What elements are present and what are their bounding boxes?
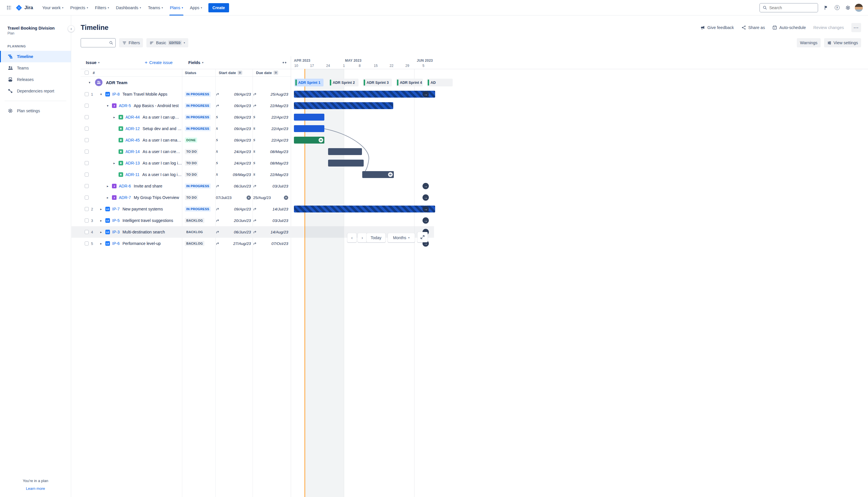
start-date-cell[interactable]: 20/Jun/23 [216,215,251,226]
status-cell[interactable]: IN PROGRESS [185,203,211,215]
row-checkbox[interactable] [85,207,89,211]
status-cell[interactable]: IN PROGRESS [185,180,211,192]
clear-date-icon[interactable]: × [247,196,251,200]
issue-key[interactable]: IP-5 [112,218,120,223]
jump-to-bar-arrow[interactable]: → [422,206,429,212]
issue-key[interactable]: ADR-44 [126,115,140,119]
gantt-bar-IP-7[interactable] [294,205,434,212]
row-checkbox[interactable] [85,230,89,234]
gantt-bar-ADR-12[interactable] [294,125,324,132]
nav-item-your-work[interactable]: Your work▾ [39,0,67,15]
zoom-level-dropdown[interactable]: Months ▾ [388,233,415,242]
nav-item-apps[interactable]: Apps▾ [186,0,205,15]
app-switcher-icon[interactable] [4,3,14,12]
dependency-link-icon[interactable] [319,138,323,142]
status-cell[interactable]: TO DO [185,192,198,203]
issue-key[interactable]: IP-6 [112,241,120,246]
jira-logo[interactable]: Jira [14,4,35,11]
row-checkbox[interactable] [85,173,89,176]
issue-key[interactable]: IP-7 [112,207,120,211]
issue-row-ADR-6[interactable]: ▸ADR-6Invite and shareIN PROGRESS06/Jun/… [71,180,434,192]
jump-to-bar-arrow[interactable]: → [422,194,429,201]
sprint-bar[interactable]: ADR Sprint 3 [363,79,392,86]
due-date-cell[interactable]: 03/Jul/23 [253,215,288,226]
gantt-bar-ADR-11[interactable] [362,171,394,178]
row-checkbox[interactable] [85,138,89,142]
status-cell[interactable]: TO DO [185,157,198,169]
issue-key[interactable]: ADR-13 [126,161,140,165]
due-date-cell[interactable]: 14/Aug/23 [253,226,288,238]
status-cell[interactable]: BACKLOG [185,226,204,238]
status-cell[interactable]: IN PROGRESS [185,123,211,134]
row-checkbox[interactable] [85,104,89,108]
clear-date-icon[interactable]: × [284,196,288,200]
start-date-cell[interactable]: S09/Apr/23 [216,123,251,134]
status-cell[interactable]: IN PROGRESS [185,88,211,100]
row-checkbox[interactable] [85,150,89,154]
dependency-link-icon[interactable] [388,172,393,177]
sidebar-collapse-button[interactable]: ‹ [68,25,75,32]
sidebar-item-plan-settings[interactable]: Plan settings [0,105,71,116]
status-cell[interactable]: IN PROGRESS [185,111,211,123]
issue-key[interactable]: ADR-12 [126,126,140,131]
nav-item-filters[interactable]: Filters▾ [91,0,113,15]
filters-button[interactable]: Filters [119,38,143,47]
status-cell[interactable]: TO DO [185,169,198,180]
due-date-cell[interactable]: 07/Oct/23 [253,238,288,248]
row-checkbox[interactable] [85,127,89,131]
expander-right-icon[interactable]: ▸ [106,196,110,200]
issue-key[interactable]: IP-3 [112,230,120,234]
row-checkbox[interactable] [85,241,89,245]
gantt-bar-ADR-5[interactable] [294,102,393,109]
due-date-cell[interactable]: S08/May/23 [253,146,288,157]
issue-row-ADR-45[interactable]: ADR-45As a user I can ena…DONES09/Apr/23… [71,134,434,146]
issue-key[interactable]: ADR-7 [119,195,131,200]
due-date-cell[interactable]: S08/May/23 [253,157,288,169]
sprint-bar[interactable]: ADR Sprint 4 [396,79,423,86]
sidebar-item-timeline[interactable]: Timeline [0,51,71,62]
issue-row-ADR-44[interactable]: ▸ADR-44As a user I can up…IN PROGRESSS09… [71,111,434,123]
start-date-cell[interactable]: S09/Apr/23 [216,134,251,146]
create-button[interactable]: Create [208,3,229,12]
expander-down[interactable]: ▾ [88,81,91,84]
nav-item-dashboards[interactable]: Dashboards▾ [113,0,145,15]
status-cell[interactable]: BACKLOG [185,215,204,226]
expander-right-icon[interactable]: ▸ [99,230,103,234]
status-cell[interactable]: TO DO [185,146,198,157]
row-checkbox[interactable] [85,161,89,165]
due-date-cell[interactable]: S22/Apr/23 [253,123,288,134]
issue-key[interactable]: ADR-6 [119,184,131,188]
issue-key[interactable]: ADR-5 [119,103,131,108]
start-date-cell[interactable]: S09/May/23 [216,169,251,180]
expander-down-icon[interactable]: ▾ [99,93,103,96]
nav-item-plans[interactable]: Plans▾ [167,0,187,15]
issue-key[interactable]: ADR-11 [126,172,140,177]
row-checkbox[interactable] [85,184,89,188]
start-date-cell[interactable]: 27/Aug/23 [216,238,251,248]
scroll-right-button[interactable]: › [358,233,367,242]
start-date-cell[interactable]: S24/Apr/23 [216,157,251,169]
fullscreen-button[interactable] [417,232,428,242]
nav-item-teams[interactable]: Teams▾ [144,0,166,15]
issue-row-ADR-14[interactable]: ADR-14As a user I can cre…TO DOS24/Apr/2… [71,146,434,157]
issue-key[interactable]: ADR-14 [126,149,140,154]
gantt-bar-IP-8[interactable] [294,91,434,98]
sidebar-item-teams[interactable]: Teams [0,62,71,74]
start-date-cell[interactable]: S09/Apr/23 [216,111,251,123]
start-date-cell[interactable]: 09/Apr/23 [216,203,251,215]
jump-to-bar-arrow[interactable]: → [422,91,429,97]
start-date-cell[interactable]: S24/Apr/23 [216,146,251,157]
nav-item-projects[interactable]: Projects▾ [67,0,91,15]
issue-row-IP-5[interactable]: 3▸LEIP-5Intelligent travel suggestionsBA… [71,215,434,226]
due-date-cell[interactable]: S22/Apr/23 [253,134,288,146]
issue-key[interactable]: ADR-45 [126,138,140,142]
gantt-bar-ADR-45[interactable] [294,137,324,144]
gantt-bar-ADR-14[interactable] [328,148,362,155]
expander-right-icon[interactable]: ▸ [112,161,116,165]
due-date-cell[interactable]: 25/Aug/23× [253,192,288,203]
row-checkbox[interactable] [85,218,89,223]
view-mode-button[interactable]: Basic EDITED ▾ [146,38,188,47]
sidebar-item-dependencies-report[interactable]: Dependencies report [0,85,71,97]
expander-right-icon[interactable]: ▸ [99,242,103,245]
timeline-search[interactable] [81,38,116,47]
